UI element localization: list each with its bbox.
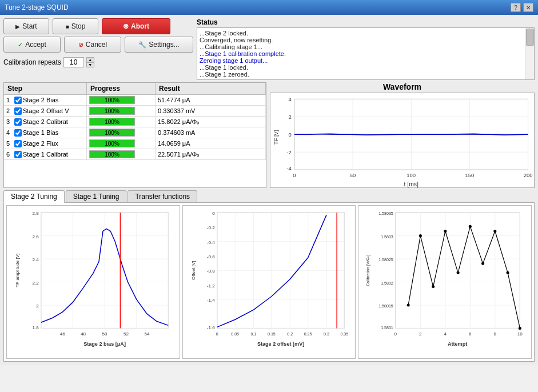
row-check-6[interactable] [14, 151, 22, 158]
cal-repeats-label: Calibration repeats [3, 58, 61, 66]
row-step-2: Stage 2 Offset V [23, 107, 69, 114]
cal-repeats-spinner: ▲ ▼ [86, 57, 94, 67]
row-num-5: 5 [6, 140, 13, 147]
log-line-7: ...Stage 1 zeroed. [200, 71, 523, 78]
svg-text:6: 6 [469, 331, 472, 337]
svg-point-115 [481, 262, 484, 265]
row-check-3[interactable] [14, 118, 22, 126]
spinner-down[interactable]: ▼ [86, 62, 94, 67]
row-progress-1: 100% [87, 95, 156, 105]
svg-text:2.8: 2.8 [33, 211, 39, 216]
row-progress-3: 100% [87, 117, 156, 127]
close-button[interactable]: ✕ [523, 3, 533, 12]
log-line-6: ...Stage 1 locked. [200, 64, 523, 71]
svg-text:Stage 2 bias [μA]: Stage 2 bias [μA] [83, 341, 126, 347]
svg-text:200: 200 [524, 173, 533, 179]
svg-text:0: 0 [288, 132, 291, 138]
status-log: ...Stage 2 locked. Converged, now resett… [197, 28, 525, 79]
svg-text:Attempt: Attempt [448, 341, 467, 347]
row-result-4: 0.374603 mA [156, 127, 266, 138]
row-check-4[interactable] [14, 129, 22, 137]
chart3-box: 1.58035 1.5803 1.58025 1.5802 1.58015 1.… [358, 205, 532, 359]
row-progress-4: 100% [87, 127, 156, 138]
svg-text:48: 48 [81, 331, 86, 337]
svg-point-112 [444, 230, 447, 233]
svg-text:4: 4 [288, 97, 291, 103]
tab-stage1-tuning[interactable]: Stage 1 Tuning [66, 190, 127, 202]
svg-text:1.8: 1.8 [33, 325, 39, 330]
svg-text:50: 50 [102, 331, 107, 337]
svg-text:-0.2: -0.2 [207, 225, 215, 230]
stop-icon [66, 22, 69, 30]
row-step-6: Stage 1 Calibrat [23, 151, 68, 158]
row-num-6: 6 [6, 151, 13, 158]
svg-text:-0.6: -0.6 [207, 254, 215, 259]
table-row: 1 Stage 2 Bias 100% 51.4774 μA [4, 95, 266, 106]
settings-button[interactable]: Settings... [125, 37, 193, 53]
svg-text:2: 2 [419, 331, 422, 337]
svg-text:2.2: 2.2 [33, 281, 39, 286]
row-check-1[interactable] [14, 97, 22, 104]
window-title: Tune 2-stage SQUID [5, 3, 69, 11]
tabs-bar: Stage 2 Tuning Stage 1 Tuning Transfer f… [3, 190, 535, 203]
log-line-2: Converged, now resetting. [200, 37, 523, 43]
table-row: 2 Stage 2 Offset V 100% 0.330337 mV [4, 106, 266, 117]
svg-text:2: 2 [288, 114, 291, 120]
row-step-4: Stage 1 Bias [23, 129, 58, 136]
svg-text:46: 46 [60, 331, 65, 337]
svg-text:2.4: 2.4 [33, 257, 39, 262]
row-progress-6: 100% [87, 149, 156, 159]
svg-text:1.58015: 1.58015 [379, 304, 394, 309]
row-result-2: 0.330337 mV [156, 106, 266, 116]
abort-button[interactable]: Abort [102, 18, 170, 34]
row-num-3: 3 [6, 118, 13, 125]
start-button[interactable]: Start [3, 18, 49, 34]
svg-text:-2: -2 [286, 150, 291, 155]
main-content: Start Stop Abort Accept Cancel [0, 15, 538, 365]
help-button[interactable]: ? [511, 3, 521, 12]
log-line-5: Zeroing stage 1 output... [200, 57, 523, 64]
stop-button[interactable]: Stop [53, 18, 98, 34]
svg-text:1.58035: 1.58035 [379, 211, 394, 216]
svg-text:52: 52 [123, 331, 129, 337]
svg-text:-1.6: -1.6 [207, 325, 215, 330]
title-bar: Tune 2-stage SQUID ? ✕ [0, 0, 538, 15]
svg-point-117 [507, 271, 509, 274]
settings-icon [138, 41, 146, 49]
cal-repeats-input[interactable] [63, 57, 84, 67]
svg-text:Stage 2 offset [mV]: Stage 2 offset [mV] [257, 341, 304, 347]
tab-stage2-tuning[interactable]: Stage 2 Tuning [3, 190, 65, 203]
svg-text:Calibration [V/Φ₀]: Calibration [V/Φ₀] [366, 255, 371, 286]
chart2-box: 0 -0.2 -0.4 -0.6 -0.8 -1.2 -1.4 -1.6 Off… [182, 205, 356, 359]
svg-text:100: 100 [407, 173, 416, 179]
svg-text:0.3: 0.3 [324, 332, 329, 337]
svg-point-118 [519, 327, 521, 330]
svg-point-116 [494, 230, 497, 233]
row-progress-5: 100% [87, 138, 156, 149]
accept-button[interactable]: Accept [3, 37, 61, 53]
svg-text:t [ms]: t [ms] [404, 181, 419, 187]
status-scrollbar[interactable] [526, 29, 534, 46]
svg-text:0.1: 0.1 [250, 332, 256, 337]
cancel-button[interactable]: Cancel [64, 37, 121, 53]
table-row: 6 Stage 1 Calibrat 100% 22.5071 μA/Φ₀ [4, 149, 266, 160]
svg-text:1.5803: 1.5803 [381, 235, 393, 239]
table-row: 4 Stage 1 Bias 100% 0.374603 mA [4, 127, 266, 138]
chart2-svg: 0 -0.2 -0.4 -0.6 -0.8 -1.2 -1.4 -1.6 Off… [184, 207, 354, 357]
spinner-up[interactable]: ▲ [86, 57, 94, 62]
row-check-2[interactable] [14, 107, 22, 115]
svg-text:54: 54 [144, 331, 149, 337]
waveform-panel: Waveform 4 2 0 -2 [270, 82, 535, 188]
check-icon [18, 41, 23, 49]
row-check-5[interactable] [14, 140, 22, 147]
calibration-table: Step Progress Result 1 Stage 2 Bias 100% [3, 82, 266, 188]
svg-text:0.05: 0.05 [231, 332, 239, 337]
window-controls: ? ✕ [511, 3, 533, 12]
row-result-1: 51.4774 μA [156, 95, 266, 105]
svg-text:0.2: 0.2 [287, 332, 293, 337]
tab-transfer-functions[interactable]: Transfer functions [127, 190, 197, 202]
svg-text:10: 10 [517, 331, 523, 337]
row-step-3: Stage 2 Calibrat [23, 118, 68, 125]
svg-point-113 [457, 271, 460, 274]
svg-text:TF [V]: TF [V] [273, 130, 279, 145]
